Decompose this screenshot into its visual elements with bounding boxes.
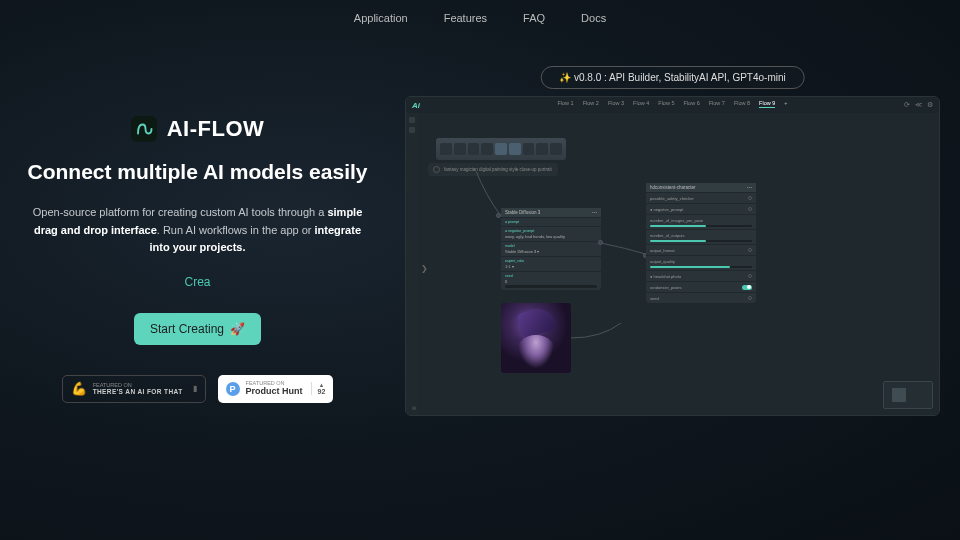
badges: 💪 FEATURED ONTHERE'S AN AI FOR THAT ▮ P … <box>20 375 375 403</box>
refresh-icon[interactable]: ⟳ <box>904 101 910 109</box>
add-tab-icon[interactable]: + <box>784 100 787 108</box>
tool-btn[interactable] <box>481 143 493 155</box>
port[interactable] <box>598 240 603 245</box>
tool-btn[interactable] <box>440 143 452 155</box>
tab-flow-1[interactable]: Flow 1 <box>557 100 573 108</box>
brand: AI-FLOW <box>20 116 375 142</box>
share-icon[interactable]: ≪ <box>915 101 922 109</box>
version-pill[interactable]: ✨ v0.8.0 : API Builder, StabilityAI API,… <box>540 66 805 89</box>
tool-btn[interactable] <box>509 143 521 155</box>
nav-features[interactable]: Features <box>444 12 487 24</box>
minimap[interactable] <box>883 381 933 409</box>
image-output[interactable] <box>501 303 571 373</box>
nav-faq[interactable]: FAQ <box>523 12 545 24</box>
bookmark-icon: ▮ <box>193 384 197 393</box>
nav-docs[interactable]: Docs <box>581 12 606 24</box>
tab-flow-8[interactable]: Flow 8 <box>734 100 750 108</box>
subheadline: Open-source platform for creating custom… <box>20 204 375 257</box>
nav-application[interactable]: Application <box>354 12 408 24</box>
tab-flow-3[interactable]: Flow 3 <box>608 100 624 108</box>
hero-right: ✨ v0.8.0 : API Builder, StabilityAI API,… <box>405 66 940 403</box>
canvas[interactable]: ❯ fantasy magician digital painting styl… <box>406 113 939 415</box>
node-menu-icon[interactable]: ⋯ <box>747 185 752 190</box>
flow-tabs: Flow 1 Flow 2 Flow 3 Flow 4 Flow 5 Flow … <box>557 100 787 108</box>
tool-btn[interactable] <box>495 143 507 155</box>
node-toolbar[interactable] <box>436 138 566 160</box>
tool-btn[interactable] <box>468 143 480 155</box>
top-nav: Application Features FAQ Docs <box>0 0 960 36</box>
tab-flow-5[interactable]: Flow 5 <box>658 100 674 108</box>
producthunt-badge[interactable]: P FEATURED ONProduct Hunt ▲92 <box>218 375 334 403</box>
tab-flow-6[interactable]: Flow 6 <box>683 100 699 108</box>
brand-name: AI-FLOW <box>167 116 265 142</box>
hero-left: AI-FLOW Connect multiple AI models easil… <box>20 66 375 403</box>
canvas-hint: ⊞ <box>412 405 416 411</box>
tab-flow-4[interactable]: Flow 4 <box>633 100 649 108</box>
tool-icon[interactable] <box>409 117 415 123</box>
tool-btn[interactable] <box>536 143 548 155</box>
tool-btn[interactable] <box>523 143 535 155</box>
expand-left-icon[interactable]: ❯ <box>421 264 428 273</box>
arm-icon: 💪 <box>71 381 87 396</box>
settings-icon[interactable]: ⚙ <box>927 101 933 109</box>
stable-diffusion-node[interactable]: Stable Diffusion 3⋯ ● prompt ● negative_… <box>501 208 601 290</box>
tab-flow-7[interactable]: Flow 7 <box>709 100 725 108</box>
node-menu-icon[interactable]: ⋯ <box>592 210 597 215</box>
headline: Connect multiple AI models easily <box>20 160 375 184</box>
toggle[interactable] <box>742 285 752 290</box>
theresanai-badge[interactable]: 💪 FEATURED ONTHERE'S AN AI FOR THAT ▮ <box>62 375 206 403</box>
tool-btn[interactable] <box>550 143 562 155</box>
producthunt-icon: P <box>226 382 240 396</box>
app-logo: Ai <box>412 101 420 110</box>
logo-icon <box>131 116 157 142</box>
play-handle[interactable] <box>939 96 940 97</box>
tool-btn[interactable] <box>454 143 466 155</box>
start-creating-button[interactable]: Start Creating 🚀 <box>134 313 261 345</box>
tab-flow-2[interactable]: Flow 2 <box>583 100 599 108</box>
character-node[interactable]: hdconsistent-character⋯ possible_safety_… <box>646 183 756 303</box>
typed-text: Crea <box>20 275 375 289</box>
app-preview: Ai Flow 1 Flow 2 Flow 3 Flow 4 Flow 5 Fl… <box>405 96 940 416</box>
tab-flow-9[interactable]: Flow 9 <box>759 100 775 108</box>
tool-rail <box>406 113 418 415</box>
tool-icon[interactable] <box>409 127 415 133</box>
rocket-icon: 🚀 <box>230 322 245 336</box>
